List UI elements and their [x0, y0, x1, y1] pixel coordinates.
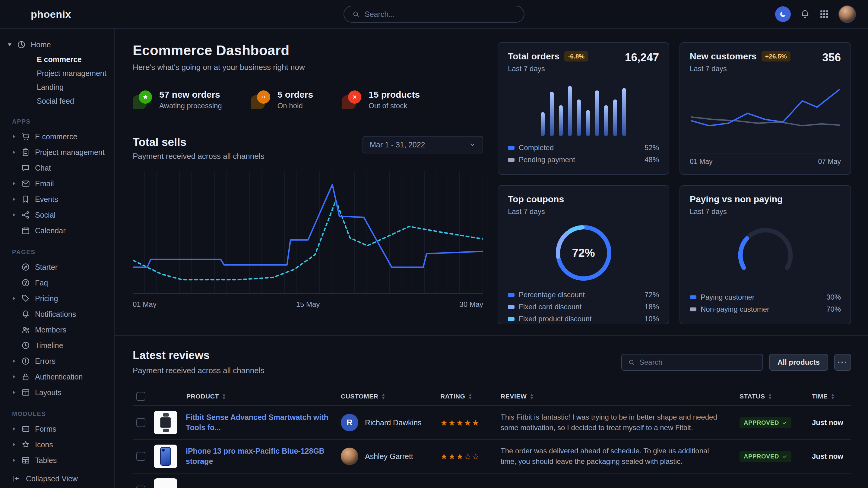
grid-icon: [819, 9, 829, 19]
sidebar-item-label: Tables: [35, 456, 57, 465]
chat-icon: [21, 163, 30, 172]
forms-icon: [21, 424, 30, 433]
sidebar-item-email[interactable]: Email: [0, 176, 114, 191]
sidebar-item-faq[interactable]: Faq: [0, 275, 114, 291]
total-sells-title: Total sells: [133, 136, 264, 149]
clock-icon: [21, 341, 30, 350]
legend-swatch: [508, 317, 515, 321]
bar: [541, 112, 545, 136]
sidebar-item-project-management-app[interactable]: Project management: [0, 144, 114, 160]
sidebar-item-layouts[interactable]: Layouts: [0, 385, 114, 400]
layout-icon: [21, 388, 30, 397]
more-options-button[interactable]: ···: [834, 354, 851, 371]
user-avatar[interactable]: [838, 5, 856, 23]
pie-chart-icon: [17, 40, 26, 49]
column-label: REVIEW: [501, 393, 527, 400]
reviews-search[interactable]: [621, 354, 763, 371]
new-customers-value: 356: [822, 51, 841, 64]
stars-empty: ☆☆: [464, 452, 480, 461]
share-icon: [21, 210, 30, 220]
navbar-actions: [775, 5, 856, 23]
notifications-button[interactable]: [800, 9, 810, 19]
sidebar-item-icons[interactable]: Icons: [0, 437, 114, 452]
apps-menu-button[interactable]: [819, 9, 829, 19]
review-text: This Fitbit is fantastic! I was trying t…: [501, 412, 740, 433]
collapsed-view-label: Collapsed View: [26, 475, 78, 483]
row-checkbox[interactable]: [136, 418, 145, 427]
column-header-time[interactable]: TIME: [812, 393, 851, 400]
legend-value: 18%: [645, 303, 659, 311]
legend-value: 52%: [645, 143, 659, 152]
sidebar-item-timeline[interactable]: Timeline: [0, 337, 114, 353]
sidebar-item-events[interactable]: Events: [0, 191, 114, 207]
brand-name: phoenix: [31, 8, 71, 20]
top-navbar: phoenix: [0, 0, 868, 29]
column-header-status[interactable]: STATUS: [740, 393, 812, 400]
sidebar-item-tables[interactable]: Tables: [0, 452, 114, 468]
mail-icon: [21, 179, 30, 188]
sidebar-subitem-social-feed[interactable]: Social feed: [0, 94, 114, 108]
select-all-checkbox[interactable]: [136, 392, 145, 401]
theme-toggle-button[interactable]: [775, 6, 791, 22]
legend-label: Completed: [519, 143, 554, 152]
global-search-input[interactable]: [365, 10, 516, 19]
sidebar-item-chat[interactable]: Chat: [0, 160, 114, 176]
sidebar-subitem-landing[interactable]: Landing: [0, 80, 114, 94]
caret-spacer: [11, 343, 16, 348]
bell-icon: [800, 9, 810, 19]
caret-right-icon: [11, 134, 16, 139]
sidebar-item-home[interactable]: Home: [0, 37, 114, 53]
card-title: Top coupons: [508, 194, 659, 204]
column-header-review[interactable]: REVIEW: [501, 393, 740, 400]
sidebar-subitem-project-management[interactable]: Project management: [0, 66, 114, 80]
row-checkbox[interactable]: [136, 486, 145, 488]
caret-down-icon: [7, 42, 12, 47]
product-link[interactable]: Fitbit Sense Advanced Smartwatch with To…: [186, 412, 341, 433]
global-search[interactable]: [343, 6, 525, 23]
collapsed-view-toggle[interactable]: Collapsed View: [0, 469, 114, 488]
main-content: Ecommerce Dashboard Here's what's going …: [115, 29, 868, 488]
sidebar-item-calendar[interactable]: Calendar: [0, 223, 114, 238]
sidebar-item-social[interactable]: Social: [0, 207, 114, 223]
product-link[interactable]: iPhone 13 pro max-Pacific Blue-128GB sto…: [186, 446, 341, 466]
card-title: Total orders: [508, 51, 559, 62]
table-icon: [21, 456, 30, 465]
sidebar-item-starter[interactable]: Starter: [0, 259, 114, 275]
customer-avatar: [341, 448, 358, 465]
legend-swatch: [690, 307, 696, 312]
collapse-icon: [12, 475, 21, 483]
legend-label: Fixed card discount: [519, 303, 582, 311]
x-tick: 15 May: [296, 300, 320, 308]
date-range-select[interactable]: Mar 1 - 31, 2022: [363, 136, 483, 154]
question-icon: [21, 278, 30, 287]
brand[interactable]: phoenix: [12, 7, 71, 21]
sidebar-item-ecommerce-app[interactable]: E commerce: [0, 129, 114, 144]
reviews-table: PRODUCT CUSTOMER RATING REVIEW STATUS TI…: [133, 387, 851, 488]
top-coupons-donut-chart: 72%: [552, 221, 615, 285]
row-checkbox[interactable]: [136, 452, 145, 461]
caret-right-icon: [11, 181, 16, 186]
card-period: Last 7 days: [690, 65, 790, 73]
trend-badge: +26.5%: [762, 51, 790, 62]
column-header-rating[interactable]: RATING: [440, 393, 501, 400]
caret-right-icon: [11, 213, 16, 217]
sidebar-item-errors[interactable]: Errors: [0, 353, 114, 369]
table-row: Fitbit Sense Advanced Smartwatch with To…: [133, 406, 851, 440]
legend-value: 30%: [826, 293, 841, 301]
search-icon: [628, 359, 635, 366]
sidebar-subitem-ecommerce[interactable]: E commerce: [0, 53, 114, 66]
sidebar-item-authentication[interactable]: Authentication: [0, 369, 114, 385]
column-header-product[interactable]: PRODUCT: [154, 393, 341, 400]
reviews-subtitle: Payment received across all channels: [133, 366, 264, 375]
all-products-button[interactable]: All products: [769, 354, 828, 371]
sidebar-item-members[interactable]: Members: [0, 322, 114, 337]
legend-value: 72%: [645, 291, 659, 299]
sidebar-item-label: Chat: [35, 164, 51, 172]
reviews-search-input[interactable]: [640, 358, 756, 366]
sidebar-item-pricing[interactable]: Pricing: [0, 291, 114, 306]
sidebar-item-label: Members: [35, 326, 66, 334]
column-header-customer[interactable]: CUSTOMER: [341, 393, 440, 400]
sidebar-item-label: Project management: [35, 148, 105, 157]
sidebar-item-notifications[interactable]: Notifications: [0, 306, 114, 322]
sidebar-item-forms[interactable]: Forms: [0, 421, 114, 437]
